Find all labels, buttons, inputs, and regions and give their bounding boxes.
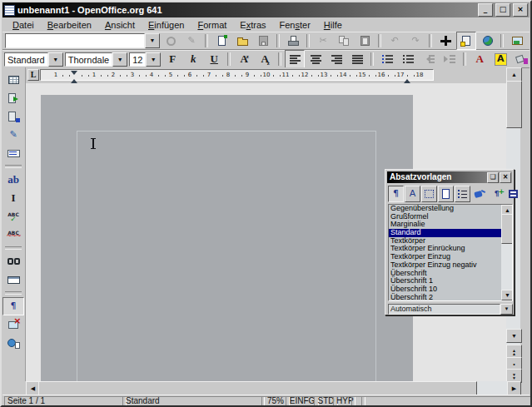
graphics-on-off-button[interactable] — [2, 315, 24, 334]
font-size-dropdown-button[interactable]: ▼ — [146, 52, 161, 67]
increase-indent-button[interactable] — [440, 50, 460, 68]
new-style-from-selection-button[interactable] — [489, 186, 505, 202]
copy-button[interactable] — [334, 32, 354, 50]
menu-format[interactable]: Format — [191, 18, 233, 32]
auto-spellcheck-button[interactable] — [2, 226, 24, 244]
status-page-style[interactable]: Standard — [122, 396, 265, 407]
hyperlink-dialog-button[interactable] — [477, 32, 497, 50]
paragraph-style-value[interactable]: Standard — [4, 52, 48, 67]
ruler-number: 2 — [112, 72, 115, 78]
url-field[interactable] — [6, 34, 144, 47]
menu-einfgen[interactable]: Einfügen — [142, 18, 191, 32]
form-functions-button[interactable] — [2, 144, 24, 162]
menu-ansicht[interactable]: Ansicht — [98, 18, 142, 32]
redo-button[interactable]: ↷ — [405, 32, 425, 50]
align-center-button[interactable] — [306, 50, 326, 68]
menu-bearbeiten[interactable]: Bearbeiten — [41, 18, 98, 32]
show-draw-functions-button[interactable]: ✎ — [2, 126, 24, 144]
font-color-button[interactable]: A — [470, 50, 490, 68]
new-document-button[interactable] — [211, 32, 231, 50]
bold-button[interactable]: F — [162, 50, 182, 68]
stop-loading-button[interactable] — [161, 32, 181, 50]
style-list-scroll-down[interactable]: ▼ — [501, 290, 513, 300]
left-indent-marker[interactable] — [71, 76, 77, 83]
navigator-button[interactable] — [435, 32, 455, 50]
ruler-number: 18 — [416, 72, 424, 78]
horizontal-ruler[interactable]: 1123456789101112131415161718 — [40, 69, 434, 81]
scroll-down-button[interactable]: ▼ — [506, 329, 522, 343]
title-bar[interactable]: unbenannt1 - OpenOffice.org 641 _ □ × — [2, 2, 530, 17]
style-filter-dropdown-button[interactable]: ▼ — [500, 304, 513, 315]
insert-object-icon — [7, 111, 21, 122]
style-list-scroll-thumb[interactable] — [501, 214, 513, 244]
align-left-button[interactable] — [285, 50, 305, 68]
url-dropdown-button[interactable]: ▼ — [145, 33, 160, 48]
menu-hilfe[interactable]: Hilfe — [317, 18, 349, 32]
insert-button[interactable] — [2, 71, 24, 89]
edit-autotext-button[interactable]: ab — [2, 171, 24, 189]
stylist-title-bar[interactable]: Absatzvorlagen ❏ × — [387, 171, 512, 183]
page-styles-button[interactable] — [438, 186, 454, 202]
superscript-button[interactable]: A — [234, 50, 254, 68]
update-style-button[interactable] — [505, 186, 521, 202]
subscript-button[interactable]: A — [255, 50, 275, 68]
italic-button[interactable]: k — [183, 50, 203, 68]
spellcheck-button[interactable] — [2, 207, 24, 226]
print-document-button[interactable] — [283, 32, 303, 50]
underline-button[interactable]: U — [204, 50, 224, 68]
increase-indent-icon — [443, 53, 457, 65]
frame-styles-button[interactable] — [421, 186, 437, 202]
insert-fields-button[interactable] — [2, 89, 24, 107]
paragraph-styles-button[interactable]: ¶ — [388, 186, 404, 202]
menu-extras[interactable]: Extras — [233, 18, 272, 32]
direct-cursor-button[interactable]: I — [2, 189, 24, 207]
stylist-button[interactable] — [456, 32, 476, 50]
bullets-on-off-button[interactable] — [398, 50, 418, 68]
ruler-tick — [82, 75, 82, 77]
close-button[interactable]: × — [513, 3, 528, 17]
maximize-button[interactable]: □ — [495, 3, 510, 17]
highlighting-button[interactable]: A — [490, 50, 510, 68]
style-filter-value[interactable]: Automatisch — [388, 304, 500, 315]
nonprinting-characters-button[interactable]: ¶ — [2, 297, 24, 315]
font-size-value[interactable]: 12 — [129, 52, 146, 67]
text-boundary-left — [77, 131, 77, 381]
ruler-number: 9 — [246, 72, 249, 78]
numbering-styles-button[interactable] — [455, 186, 470, 202]
data-sources-button[interactable] — [2, 271, 24, 289]
cut-button[interactable]: ✂ — [313, 32, 333, 50]
stylist-dock-button[interactable]: ❏ — [487, 172, 499, 183]
minimize-button[interactable]: _ — [478, 3, 493, 17]
character-styles-button[interactable]: A — [405, 186, 420, 202]
online-layout-button[interactable] — [2, 334, 24, 352]
save-document-button[interactable] — [253, 32, 273, 50]
style-list-item[interactable]: Überschrift 2 — [389, 294, 503, 301]
find-on-off-button[interactable] — [2, 252, 24, 271]
menu-datei[interactable]: Datei — [6, 18, 41, 32]
tab-stop-type-button[interactable]: L — [27, 69, 39, 81]
numbering-on-off-button[interactable] — [377, 50, 397, 68]
ruler-tick — [107, 75, 108, 77]
status-page-indicator[interactable]: Seite 1 / 1 — [4, 396, 127, 407]
paragraph-style-dropdown-button[interactable]: ▼ — [48, 52, 63, 67]
stylist-close-button[interactable]: × — [500, 172, 511, 183]
fill-format-mode-button[interactable] — [472, 186, 488, 202]
edit-file-button[interactable]: ✎ — [181, 32, 201, 50]
scroll-up-button[interactable]: ▲ — [506, 67, 522, 82]
menu-fenster[interactable]: Fenster — [273, 18, 317, 32]
document-page[interactable] — [41, 95, 413, 381]
right-indent-marker[interactable] — [404, 76, 410, 83]
paragraph-background-button[interactable] — [511, 50, 531, 68]
open-document-button[interactable] — [232, 32, 252, 50]
gallery-button[interactable] — [507, 32, 527, 50]
font-name-dropdown-button[interactable]: ▼ — [112, 52, 127, 67]
paste-button[interactable] — [355, 32, 375, 50]
align-justified-button[interactable] — [347, 50, 367, 68]
ruler-tick — [414, 75, 415, 77]
decrease-indent-button[interactable] — [419, 50, 439, 68]
vertical-scroll-thumb[interactable] — [506, 81, 522, 128]
undo-button[interactable]: ↶ — [385, 32, 405, 50]
insert-object-button[interactable] — [2, 107, 24, 126]
align-right-button[interactable] — [326, 50, 346, 68]
font-name-value[interactable]: Thorndale — [65, 52, 113, 67]
